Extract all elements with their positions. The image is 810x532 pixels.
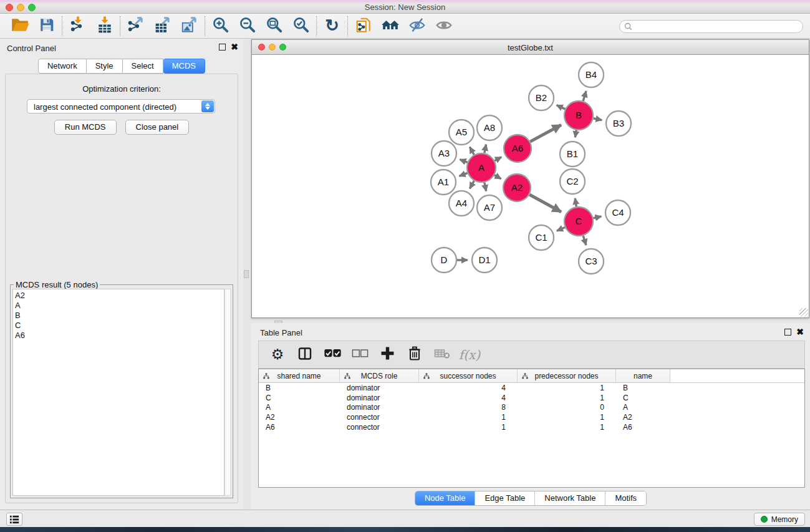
mcds-result-list[interactable]: A2ABCA6 <box>12 289 224 496</box>
network-edge-A6-B[interactable] <box>530 125 561 142</box>
panel-split-handle[interactable] <box>244 270 249 278</box>
network-node-B1[interactable]: B1 <box>560 142 585 167</box>
column-header-MCDS-role[interactable]: MCDS role <box>340 369 419 382</box>
network-node-C4[interactable]: C4 <box>605 200 630 225</box>
toolbar-button-refresh-layout[interactable]: ↻ <box>319 15 345 37</box>
network-node-A7[interactable]: A7 <box>477 195 502 220</box>
toolbar-button-export-table[interactable] <box>149 15 176 37</box>
network-edge-B-B1[interactable] <box>575 130 576 137</box>
network-node-B4[interactable]: B4 <box>579 62 604 87</box>
table-toolbar-button-add-column[interactable] <box>375 343 400 367</box>
table-row[interactable]: Cdominator41C <box>259 393 804 403</box>
table-row[interactable]: A6connector11A6 <box>259 422 804 432</box>
network-node-A8[interactable]: A8 <box>477 115 502 140</box>
toolbar-button-duplicate-network[interactable] <box>350 15 377 37</box>
toolbar-button-save-session[interactable] <box>33 15 60 37</box>
network-edge-A2-C[interactable] <box>529 195 561 212</box>
tab-mcds[interactable]: MCDS <box>163 59 205 74</box>
column-header-predecessor-nodes[interactable]: predecessor nodes <box>518 369 616 382</box>
network-graph[interactable]: B4B2BB3A8A5A6B1A3AC2A1A2A4A7C4CC1C3DD1 <box>253 55 809 318</box>
toolbar-button-export-network[interactable] <box>122 15 149 37</box>
network-edge-A-A2[interactable] <box>494 175 501 179</box>
toolbar-button-import-table[interactable] <box>91 15 118 37</box>
column-header-shared-name[interactable]: shared name <box>259 369 340 382</box>
network-node-A4[interactable]: A4 <box>449 191 474 216</box>
network-edge-B-B2[interactable] <box>557 105 566 109</box>
close-panel-button[interactable]: Close panel <box>125 120 190 135</box>
result-list-item[interactable]: A <box>15 301 224 311</box>
network-window-titlebar[interactable]: testGlobe.txt <box>252 40 809 55</box>
network-node-C2[interactable]: C2 <box>560 169 585 194</box>
network-node-C[interactable]: C <box>564 207 593 236</box>
table-row[interactable]: Bdominator41B <box>259 383 804 393</box>
network-edge-C-C2[interactable] <box>575 198 576 206</box>
toolbar-button-zoom-out[interactable] <box>234 15 261 37</box>
tab-edge-table[interactable]: Edge Table <box>475 491 535 505</box>
table-toolbar-button-deselect-all[interactable] <box>347 343 372 367</box>
network-edge-A-A5[interactable] <box>470 147 474 155</box>
network-edge-C-C3[interactable] <box>583 236 586 245</box>
table-toolbar-button-delete-table[interactable] <box>430 343 455 367</box>
table-row[interactable]: Adominator80A <box>259 403 804 413</box>
result-list-item[interactable]: B <box>15 311 224 321</box>
toolbar-button-export-image[interactable] <box>176 15 203 37</box>
network-edge-A-A6[interactable] <box>494 157 501 161</box>
network-node-B3[interactable]: B3 <box>606 111 631 136</box>
search-input[interactable] <box>632 22 803 31</box>
table-close-panel-icon[interactable]: ✖ <box>796 327 804 336</box>
tab-network[interactable]: Network <box>38 59 87 74</box>
tab-style[interactable]: Style <box>87 59 123 74</box>
table-toolbar-button-column-view[interactable] <box>292 343 317 367</box>
task-history-button[interactable] <box>6 513 22 526</box>
toolbar-button-zoom-selected[interactable] <box>287 15 314 37</box>
network-node-A2[interactable]: A2 <box>503 174 531 201</box>
result-list-item[interactable]: A2 <box>15 291 224 301</box>
result-list-item[interactable]: A6 <box>15 331 224 341</box>
table-float-panel-icon[interactable] <box>784 329 791 336</box>
toolbar-button-open-session[interactable] <box>6 15 33 37</box>
network-node-D[interactable]: D <box>432 248 456 273</box>
toolbar-button-zoom-in[interactable] <box>207 15 234 37</box>
result-list-item[interactable]: C <box>15 321 224 331</box>
network-edge-A-A4[interactable] <box>470 181 474 188</box>
network-canvas[interactable]: B4B2BB3A8A5A6B1A3AC2A1A2A4A7C4CC1C3DD1 <box>253 55 808 317</box>
table-toolbar-button-table-settings[interactable]: ⚙ <box>265 343 290 367</box>
network-node-C3[interactable]: C3 <box>579 249 604 274</box>
tab-node-table[interactable]: Node Table <box>415 491 476 505</box>
window-resize-grip[interactable] <box>799 308 808 317</box>
network-edge-A-A8[interactable] <box>485 145 486 153</box>
network-node-A[interactable]: A <box>467 153 496 182</box>
network-node-A1[interactable]: A1 <box>431 170 456 195</box>
column-header-name[interactable]: name <box>616 369 670 382</box>
tab-network-table[interactable]: Network Table <box>535 491 605 505</box>
network-node-D1[interactable]: D1 <box>472 248 497 273</box>
tab-select[interactable]: Select <box>123 59 163 74</box>
network-node-B[interactable]: B <box>564 101 593 130</box>
column-header-successor-nodes[interactable]: successor nodes <box>419 369 518 382</box>
table-toolbar-button-select-all[interactable] <box>320 343 345 367</box>
toolbar-button-zoom-fit[interactable] <box>261 15 287 37</box>
network-edge-C-C1[interactable] <box>557 228 565 231</box>
network-edge-A-A3[interactable] <box>460 160 467 163</box>
memory-button[interactable]: Memory <box>754 513 805 526</box>
toolbar-button-hide-graphics-details[interactable] <box>403 15 430 37</box>
network-node-A3[interactable]: A3 <box>432 141 456 166</box>
table-row[interactable]: A2connector11A2 <box>259 412 804 422</box>
network-edge-A-A7[interactable] <box>485 183 486 191</box>
tab-motifs[interactable]: Motifs <box>605 491 646 505</box>
network-edge-B-B4[interactable] <box>583 91 586 101</box>
toolbar-button-import-network[interactable] <box>64 15 91 37</box>
network-node-A6[interactable]: A6 <box>504 135 531 162</box>
dropdown-stepper-icon[interactable] <box>201 100 214 112</box>
search-field[interactable] <box>619 20 803 33</box>
network-edge-A-A1[interactable] <box>460 173 468 177</box>
table-toolbar-button-function-builder[interactable]: f(x) <box>457 343 482 367</box>
optimization-criterion-dropdown[interactable]: largest connected component (directed) <box>27 99 215 114</box>
close-panel-icon[interactable]: ✖ <box>231 42 238 51</box>
toolbar-button-show-graphics-details[interactable] <box>430 15 457 37</box>
table-toolbar-button-delete-row[interactable] <box>402 343 427 367</box>
network-node-C1[interactable]: C1 <box>529 225 554 250</box>
float-panel-icon[interactable] <box>219 44 226 51</box>
network-node-B2[interactable]: B2 <box>529 85 554 110</box>
network-node-A5[interactable]: A5 <box>449 120 474 145</box>
